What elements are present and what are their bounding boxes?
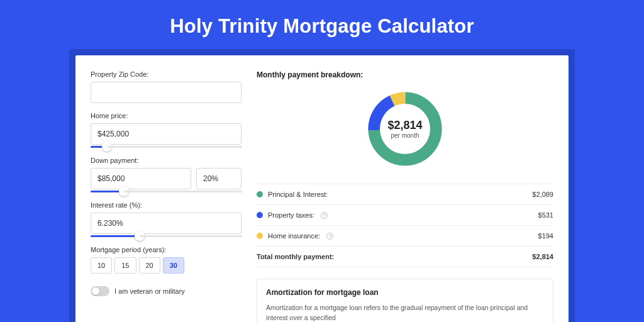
down-field: Down payment: <box>91 157 242 192</box>
legend-value: $531 <box>538 211 553 219</box>
down-amount-input[interactable] <box>91 168 191 189</box>
page-title: Holy Trinity Mortgage Calculator <box>0 0 644 49</box>
price-field: Home price: <box>91 112 242 148</box>
period-button-group: 10 15 20 30 <box>91 257 242 274</box>
info-icon[interactable]: ? <box>326 233 333 240</box>
zip-field: Property Zip Code: <box>91 70 242 103</box>
legend-row-taxes: Property taxes: ? $531 <box>257 205 553 226</box>
donut-total-sub: per month <box>391 132 419 139</box>
zip-input[interactable] <box>91 82 242 103</box>
price-slider-thumb[interactable] <box>102 142 112 152</box>
dot-icon <box>257 191 263 197</box>
legend-label: Home insurance: <box>268 232 320 240</box>
legend-total-value: $2,814 <box>532 253 553 260</box>
legend-label: Principal & Interest: <box>268 191 328 198</box>
amortization-box: Amortization for mortgage loan Amortizat… <box>257 279 553 322</box>
rate-input[interactable] <box>91 213 242 234</box>
down-percent-input[interactable] <box>196 168 242 189</box>
breakdown-title: Monthly payment breakdown: <box>257 70 553 79</box>
panel-shadow: Property Zip Code: Home price: Down paym… <box>69 49 575 322</box>
amortization-text: Amortization for a mortgage loan refers … <box>266 303 544 322</box>
rate-slider-thumb[interactable] <box>135 231 145 241</box>
calculator-panel: Property Zip Code: Home price: Down paym… <box>75 55 569 322</box>
price-input[interactable] <box>91 123 242 145</box>
veteran-label: I am veteran or military <box>114 287 185 295</box>
period-button-10[interactable]: 10 <box>91 257 112 274</box>
legend-row-insurance: Home insurance: ? $194 <box>257 226 553 247</box>
rate-slider[interactable] <box>91 235 242 237</box>
veteran-row: I am veteran or military <box>91 286 242 296</box>
legend-value: $194 <box>538 232 553 240</box>
down-slider[interactable] <box>91 191 242 192</box>
price-label: Home price: <box>91 112 242 119</box>
donut-total-value: $2,814 <box>387 119 422 132</box>
rate-label: Interest rate (%): <box>91 201 242 209</box>
legend-value: $2,089 <box>532 191 553 198</box>
legend-total-label: Total monthly payment: <box>257 253 334 260</box>
period-button-30[interactable]: 30 <box>163 257 184 274</box>
info-icon[interactable]: ? <box>321 212 328 219</box>
period-field: Mortgage period (years): 10 15 20 30 <box>91 246 242 274</box>
rate-field: Interest rate (%): <box>91 201 242 237</box>
down-label: Down payment: <box>91 157 242 164</box>
donut-chart: $2,814 per month <box>364 88 446 170</box>
period-label: Mortgage period (years): <box>91 246 242 253</box>
donut-center: $2,814 per month <box>364 88 446 170</box>
donut-chart-wrap: $2,814 per month <box>257 88 553 170</box>
legend-row-total: Total monthly payment: $2,814 <box>257 247 553 267</box>
inputs-column: Property Zip Code: Home price: Down paym… <box>91 70 242 322</box>
down-slider-thumb[interactable] <box>119 186 129 196</box>
dot-icon <box>257 233 263 239</box>
dot-icon <box>257 212 263 218</box>
period-button-15[interactable]: 15 <box>114 257 136 274</box>
legend-label: Property taxes: <box>268 211 314 219</box>
zip-label: Property Zip Code: <box>91 70 242 78</box>
period-button-20[interactable]: 20 <box>139 257 160 274</box>
legend-row-principal: Principal & Interest: $2,089 <box>257 184 553 205</box>
results-column: Monthly payment breakdown: $2,814 per mo… <box>257 70 553 322</box>
amortization-title: Amortization for mortgage loan <box>266 288 544 297</box>
legend: Principal & Interest: $2,089 Property ta… <box>257 184 553 267</box>
veteran-toggle[interactable] <box>91 286 109 296</box>
price-slider[interactable] <box>91 146 242 148</box>
